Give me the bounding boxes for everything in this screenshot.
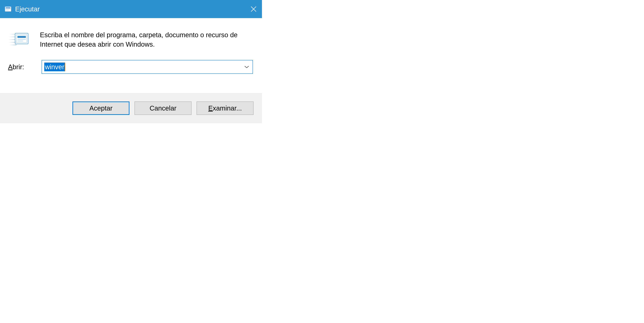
- close-icon: [250, 6, 257, 12]
- run-dialog-titlebar-icon: [5, 6, 12, 12]
- dropdown-arrow[interactable]: [244, 66, 249, 68]
- ok-button[interactable]: Aceptar: [72, 102, 130, 115]
- open-combobox[interactable]: winver: [42, 60, 253, 74]
- dialog-content: Escriba el nombre del programa, carpeta,…: [0, 18, 262, 80]
- svg-rect-1: [6, 8, 10, 8]
- info-row: Escriba el nombre del programa, carpeta,…: [8, 30, 255, 49]
- svg-rect-2: [6, 9, 10, 10]
- svg-rect-8: [18, 36, 26, 38]
- dialog-description: Escriba el nombre del programa, carpeta,…: [40, 30, 255, 49]
- text-cursor: [65, 63, 65, 71]
- open-label: Abrir:: [8, 63, 42, 71]
- close-button[interactable]: [248, 4, 258, 14]
- svg-rect-9: [18, 39, 26, 40]
- input-row: Abrir: winver: [8, 60, 255, 74]
- run-dialog-icon: [8, 31, 30, 49]
- button-bar: Aceptar Cancelar Examinar...: [0, 93, 262, 123]
- cancel-button[interactable]: Cancelar: [134, 102, 192, 115]
- titlebar: Ejecutar: [0, 0, 262, 18]
- open-input-value: winver: [44, 62, 65, 71]
- svg-rect-3: [6, 10, 9, 10]
- window-title: Ejecutar: [15, 5, 40, 13]
- svg-rect-10: [18, 40, 23, 42]
- browse-button[interactable]: Examinar...: [196, 102, 254, 115]
- chevron-down-icon: [244, 66, 249, 68]
